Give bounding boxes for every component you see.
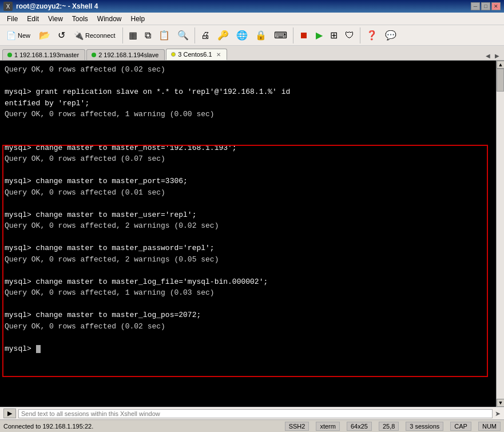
menu-file[interactable]: File (2, 14, 22, 24)
tab-2[interactable]: 2 192.168.1.194slave (86, 49, 165, 60)
sessions-status: 3 sessions (406, 422, 443, 431)
shield-button[interactable]: 🛡 (342, 29, 357, 42)
close-button[interactable]: ✕ (491, 2, 501, 10)
search-button[interactable]: 🔍 (174, 28, 192, 42)
globe-button[interactable]: 🌐 (233, 28, 251, 42)
tab-close-3[interactable]: ✕ (216, 51, 221, 58)
size-status: 64x25 (347, 422, 372, 431)
term-status: xterm (316, 422, 340, 431)
menu-window[interactable]: Window (93, 14, 126, 24)
scroll-thumb[interactable] (497, 69, 504, 92)
reconnect-button[interactable]: 🔌 Reconnect (70, 29, 120, 42)
tab-scroll-left[interactable]: ◀ (483, 51, 493, 60)
copy-button[interactable]: ⧉ (142, 29, 154, 42)
open-button[interactable]: 📂 (36, 28, 53, 42)
scrollbar: ▲ ▼ (496, 61, 504, 407)
protocol-status: SSH2 (285, 422, 309, 431)
key-button[interactable]: 🔑 (215, 28, 232, 42)
scroll-up-button[interactable]: ▲ (497, 61, 504, 69)
input-bar: ▶ ➤ (0, 407, 504, 419)
menubar: File Edit View Tools Window Help (0, 13, 504, 25)
stop-button[interactable]: ⏹ (296, 29, 311, 42)
help-button[interactable]: ❓ (363, 28, 380, 42)
toolbar-separator-3 (293, 27, 293, 43)
send-button[interactable]: ▶ (3, 409, 16, 418)
scroll-down-button[interactable]: ▼ (497, 399, 504, 407)
toolbar-separator-2 (195, 27, 195, 43)
new-button[interactable]: 📄 New (2, 29, 34, 42)
toolbar: 📄 New 📂 ↺ 🔌 Reconnect ▦ ⧉ 📋 🔍 🖨 🔑 🌐 🔒 ⌨ … (0, 25, 504, 46)
lock-button[interactable]: 🔒 (252, 28, 269, 42)
menu-help[interactable]: Help (126, 14, 150, 24)
scroll-track[interactable] (497, 69, 504, 399)
reconnect-icon: 🔌 (74, 31, 84, 40)
tabbar: 1 192.168.1.193master 2 192.168.1.194sla… (0, 46, 504, 61)
grid-button[interactable]: ⊞ (327, 28, 340, 42)
tab-scroll-right[interactable]: ▶ (493, 51, 502, 60)
app-icon: X (3, 2, 13, 11)
status-right: SSH2 xterm 64x25 25,8 3 sessions CAP NUM (285, 422, 501, 431)
toolbar-separator-4 (360, 27, 360, 43)
paste-button[interactable]: 📋 (156, 28, 173, 42)
play-button[interactable]: ▶ (313, 28, 326, 42)
connection-status: Connected to 192.168.1.195:22. (3, 423, 280, 430)
maximize-button[interactable]: □ (481, 2, 490, 10)
tab-scroll-controls: ◀ ▶ (483, 51, 502, 60)
keyboard-button[interactable]: ⌨ (271, 28, 290, 42)
new-icon: 📄 (6, 31, 16, 40)
tab-dot-3 (171, 52, 176, 57)
tab-label-1: 1 192.168.1.193master (14, 51, 79, 58)
menu-tools[interactable]: Tools (68, 14, 93, 24)
refresh-icon[interactable]: ↺ (55, 28, 68, 42)
pos-status: 25,8 (379, 422, 399, 431)
cap-status: CAP (450, 422, 471, 431)
tab-3[interactable]: 3 Centos6.1 ✕ (166, 49, 227, 60)
terminal[interactable]: Query OK, 0 rows affected (0.02 sec) mys… (0, 61, 496, 407)
main-area: Query OK, 0 rows affected (0.02 sec) mys… (0, 61, 504, 407)
window-title: root@zuoyu2:~ - Xshell 4 (16, 2, 98, 10)
info-button[interactable]: 💬 (382, 28, 399, 42)
tab-dot-2 (92, 53, 96, 57)
menu-view[interactable]: View (43, 14, 68, 24)
terminal-container[interactable]: Query OK, 0 rows affected (0.02 sec) mys… (0, 61, 496, 407)
print-button[interactable]: 🖨 (198, 29, 213, 42)
titlebar: X root@zuoyu2:~ - Xshell 4 ─ □ ✕ (0, 0, 504, 13)
display-options-button[interactable]: ▦ (126, 28, 140, 42)
statusbar: Connected to 192.168.1.195:22. SSH2 xter… (0, 419, 504, 432)
num-status: NUM (478, 422, 501, 431)
menu-edit[interactable]: Edit (22, 14, 43, 24)
session-input[interactable] (18, 409, 493, 418)
tab-label-2: 2 192.168.1.194slave (98, 51, 158, 58)
tab-dot-1 (7, 53, 12, 57)
toolbar-separator-1 (122, 27, 123, 43)
tab-1[interactable]: 1 192.168.1.193master (2, 49, 85, 60)
send-right-icon[interactable]: ➤ (495, 410, 501, 418)
minimize-button[interactable]: ─ (471, 2, 480, 10)
tab-label-3: 3 Centos6.1 (178, 51, 212, 58)
window-controls: ─ □ ✕ (471, 2, 501, 10)
